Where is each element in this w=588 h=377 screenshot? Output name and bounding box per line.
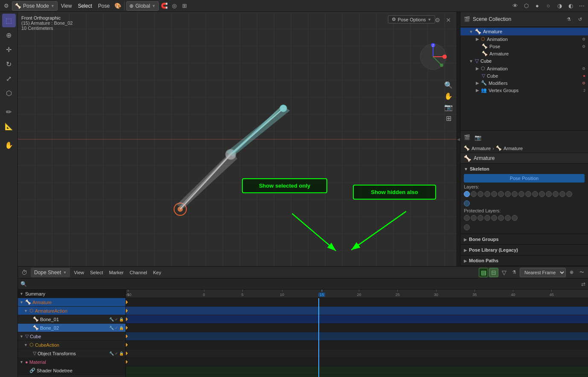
move-tool-btn[interactable]: ✛ [2,43,16,56]
filter-icon[interactable]: ⚗ [564,14,573,24]
layer-dot-5[interactable] [498,191,504,197]
ds-channel-shader[interactable]: 🔗 Shader Nodetree [18,366,125,375]
ds-view-menu[interactable]: View [72,269,86,276]
ds-filter-btn[interactable]: ⚗ [509,268,519,277]
measure-tool-btn[interactable]: 📐 [2,119,16,133]
motion-paths-header[interactable]: ▶ Motion Paths [464,257,585,264]
grid-icon[interactable]: ⊞ [180,1,189,11]
prot-dot-5[interactable] [498,215,504,221]
nearest-frame-select[interactable]: Nearest Frame [520,268,566,277]
color-palette-icon[interactable]: 🎨 [113,1,122,11]
tree-item-armature-data[interactable]: 🦴 Armature [460,50,588,57]
ds-channel-cubeaction[interactable]: ▼ ⬡ CubeAction [18,341,125,349]
search-swap-icon[interactable]: ⇄ [581,281,585,287]
bone01-lock[interactable]: 🔒 [119,317,124,322]
dopesheet-timeline[interactable]: -10 -5 0 5 10 [126,290,588,377]
tree-item-cube[interactable]: ▼ ▽ Cube [460,57,588,65]
prot-dot-6[interactable] [505,215,511,221]
layer-dot-14[interactable] [559,191,565,197]
tree-item-armature[interactable]: ▼ 🦴 Armature [460,28,588,35]
prot-dot-3[interactable] [484,215,490,221]
viewport-close-icon[interactable]: ✕ [444,15,453,25]
ds-channel-material[interactable]: ▼ ● Material [18,358,125,366]
viewport-shading-icon[interactable]: ⬡ [521,1,531,11]
ds-editor-type-icon[interactable]: ⏱ [20,268,29,277]
grid-view-icon[interactable]: ⊞ [444,113,453,123]
ds-channel-bone01[interactable]: 🦴 Bone_01 🔧 ✓ 🔒 [18,315,125,324]
layer-dot-12[interactable] [546,191,552,197]
pose-menu[interactable]: Pose [96,2,112,10]
more-options-icon[interactable]: ⋯ [577,1,586,11]
ds-normalize-icon[interactable]: 〜 [577,268,586,277]
transform-tool-btn[interactable]: ⬡ [2,86,16,100]
bone02-check[interactable]: ✓ [115,326,118,330]
tree-item-vertex-groups[interactable]: ▶ 👥 Vertex Groups 2 [460,87,588,94]
select-tool-btn[interactable]: ⬚ [2,14,16,27]
ds-channel-bone02[interactable]: 🦴 Bone_02 🔧 ✓ 🔒 [18,324,125,332]
objtrans-lock[interactable]: 🔒 [119,351,124,356]
layer-dot-10[interactable] [532,191,538,197]
pose-options-bar[interactable]: ⚙ Pose Options ▼ [388,15,435,23]
layer-dot-3[interactable] [484,191,490,197]
objtrans-check[interactable]: ✓ [115,351,118,356]
active-layer-indicator[interactable] [464,200,470,206]
layer-dot-11[interactable] [539,191,545,197]
pose-position-btn[interactable]: Pose Position [464,174,585,183]
prot-dot-0[interactable] [464,215,470,221]
layer-dot-0[interactable] [464,191,470,197]
layer-dot-9[interactable] [525,191,531,197]
select-menu[interactable]: Select [75,2,94,10]
layer-dot-13[interactable] [553,191,559,197]
ds-channel-menu[interactable]: Channel [128,269,149,276]
ds-channel-armature[interactable]: ▼ 🦴 Armature [18,298,125,307]
layer-dot-6[interactable] [505,191,511,197]
rendered-mode-icon[interactable]: ◐ [566,1,575,11]
prot-active-indicator[interactable] [464,224,470,230]
snap-icon[interactable]: 🧲 [160,1,169,11]
grab-btn[interactable]: ✋ [2,138,16,152]
ds-key-menu[interactable]: Key [151,269,163,276]
transform-pivot[interactable]: ⊕ Global ▼ [126,1,159,11]
ds-select-menu[interactable]: Select [88,269,105,276]
bone01-wrench[interactable]: 🔧 [109,317,114,322]
prot-dot-1[interactable] [471,215,477,221]
layer-dot-8[interactable] [518,191,524,197]
prot-dot-2[interactable] [477,215,483,221]
view-menu[interactable]: View [58,2,75,10]
show-hidden-btn[interactable]: ⊟ [489,268,498,277]
camera-icon[interactable]: 📷 [444,102,453,112]
layer-dot-4[interactable] [491,191,497,197]
ds-channel-summary[interactable]: ▼ Summary [18,290,125,298]
viewport-settings-icon[interactable]: ⚙ [433,15,442,25]
bone01-check[interactable]: ✓ [115,317,118,322]
viewport[interactable]: Front Orthographic (15) Armature : Bone_… [18,12,457,266]
layer-dot-2[interactable] [477,191,483,197]
layer-dot-7[interactable] [512,191,518,197]
bone02-wrench[interactable]: 🔧 [109,326,114,330]
ds-filter-icon[interactable]: ▽ [499,268,509,277]
layer-dot-15[interactable] [566,191,572,197]
show-selected-btn[interactable]: ▤ [479,268,488,277]
ds-snap-icon[interactable]: ⊕ [567,268,576,277]
tree-item-animation-armature[interactable]: ▶ ⬡ Animation ⚙ [460,35,588,43]
search-input[interactable] [29,281,579,287]
prot-dot-4[interactable] [491,215,497,221]
annotate-tool-btn[interactable]: ✏ [2,105,16,119]
navigation-gizmo[interactable]: Z [418,42,448,72]
props-tab-render[interactable]: 📷 [473,133,483,142]
bone02-lock[interactable]: 🔒 [119,326,124,330]
bone-groups-header[interactable]: ▶ Bone Groups [464,236,585,243]
ds-mode-selector[interactable]: Dope Sheet ▼ [31,268,70,277]
prot-dot-7[interactable] [512,215,518,221]
panel-collapse-handle[interactable]: ◀ [457,12,460,266]
props-tab-scene[interactable]: 🎬 [462,133,472,142]
render-mode-icon[interactable]: ● [533,1,542,11]
grab-icon[interactable]: ✋ [444,91,453,101]
tree-item-cube-data[interactable]: ▽ Cube ● [460,72,588,79]
overlay-icon[interactable]: 👁 [510,1,520,11]
tree-item-pose[interactable]: 🦴 Pose ⚙ [460,43,588,50]
scale-tool-btn[interactable]: ⤢ [2,72,16,85]
ds-channel-armatureaction[interactable]: ▼ ⬡ ArmatureAction [18,307,125,315]
objtrans-wrench[interactable]: 🔧 [109,351,114,356]
layer-dot-1[interactable] [471,191,477,197]
